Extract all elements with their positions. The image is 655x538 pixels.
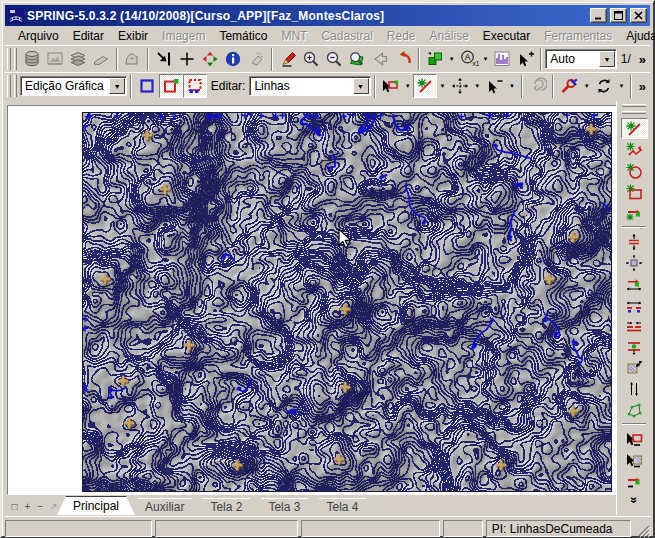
toolbar-separator: [540, 48, 542, 71]
zoom-out-button[interactable]: [322, 47, 345, 71]
edit-target-value: Linhas: [250, 79, 352, 93]
resize-grip[interactable]: [634, 521, 650, 537]
spray-button: [245, 47, 268, 71]
close-polygon-tool[interactable]: [621, 399, 648, 420]
refresh-button[interactable]: [592, 74, 616, 98]
menu-tematico[interactable]: Temático: [212, 27, 274, 45]
remove-vertex-tool[interactable]: [621, 470, 648, 491]
pan-cross-button[interactable]: [448, 74, 472, 98]
edit-line-dropdown[interactable]: ▼: [437, 75, 448, 97]
toolbar-overflow-button[interactable]: »: [635, 52, 650, 67]
select-object-dropdown[interactable]: ▼: [402, 75, 413, 97]
paste-cell-tool[interactable]: [621, 357, 648, 378]
select-minus-dropdown[interactable]: ▼: [507, 75, 518, 97]
move-cell-icon: [625, 254, 643, 272]
database-button[interactable]: [20, 47, 43, 71]
split-vertical-tool[interactable]: [621, 231, 648, 252]
edit-polyline-tool[interactable]: [621, 139, 648, 160]
join-lines-tool[interactable]: [621, 315, 648, 336]
maximize-button[interactable]: [610, 8, 627, 23]
select-minus-button[interactable]: [483, 74, 507, 98]
edit-rectangle-tool[interactable]: [621, 181, 648, 202]
toolbar-grip[interactable]: [7, 75, 11, 97]
close-button[interactable]: [630, 8, 647, 23]
add-point-button[interactable]: [175, 47, 198, 71]
edit-line-tool[interactable]: [621, 118, 648, 139]
select-object-button[interactable]: [379, 74, 403, 98]
zoom-selection-button[interactable]: [346, 47, 369, 71]
tab-principal[interactable]: Principal: [57, 496, 135, 515]
menu-bar: Arquivo Editar Exibir Imagem Temático MN…: [5, 26, 650, 45]
draw-to-corner-button[interactable]: [152, 47, 175, 71]
edit-line-button[interactable]: [413, 74, 437, 98]
edit-pencil-button[interactable]: [276, 47, 299, 71]
visual-presentation-dropdown[interactable]: ▼: [446, 48, 457, 70]
toolbar-overflow-button[interactable]: »: [635, 79, 650, 94]
select-rectangle-tool[interactable]: [621, 428, 648, 449]
title-bar[interactable]: SPRING-5.0.3.2 (14/10/2008)[Curso_APP][F…: [5, 5, 650, 26]
main-toolbar: ▼ Ax1 ▼ Auto ▼ 1/ »: [5, 45, 650, 72]
spray-icon: [246, 49, 266, 69]
info-button[interactable]: [222, 47, 245, 71]
plus-icon: [177, 49, 197, 69]
remove-screen-button[interactable]: −: [35, 501, 46, 512]
map-canvas[interactable]: [82, 112, 612, 492]
refresh-dropdown[interactable]: ▼: [616, 75, 627, 97]
edit-line-icon: [415, 76, 435, 96]
visual-presentation-button[interactable]: [423, 47, 446, 71]
menu-editar[interactable]: Editar: [66, 27, 111, 45]
blue-rectangle-icon: [137, 76, 157, 96]
create-rectangle-button[interactable]: [135, 74, 159, 98]
scale-dropdown[interactable]: ▼: [480, 48, 491, 70]
zoom-in-button[interactable]: [299, 47, 322, 71]
toolbar-grip[interactable]: [622, 111, 646, 114]
extend-line-tool[interactable]: [621, 294, 648, 315]
menu-ferramentas: Ferramentas: [537, 27, 619, 45]
chevron-down-icon[interactable]: ▼: [109, 78, 125, 94]
menu-arquivo[interactable]: Arquivo: [11, 27, 66, 45]
toolbar-grip[interactable]: [622, 104, 646, 107]
move-cell-tool[interactable]: [621, 252, 648, 273]
tab-tela-2[interactable]: Tela 2: [194, 498, 258, 515]
mode-combo[interactable]: Edição Gráfica ▼: [20, 76, 127, 96]
tab-tela-4[interactable]: Tela 4: [310, 498, 374, 515]
move-vertex-tool[interactable]: [621, 202, 648, 223]
restore-screen-button[interactable]: □: [9, 501, 20, 512]
tab-tela-3[interactable]: Tela 3: [252, 498, 316, 515]
chevron-down-icon[interactable]: ▼: [353, 78, 369, 94]
toolbar-grip[interactable]: [14, 48, 17, 70]
select-plus-button[interactable]: [514, 47, 537, 71]
edit-target-label: Editar:: [207, 79, 250, 93]
snap-vertex-tool[interactable]: [621, 336, 648, 357]
draw-to-corner-icon: [154, 49, 174, 69]
toolbar-separator: [116, 48, 118, 71]
zoom-selection-icon: [347, 49, 367, 69]
edit-circle-tool[interactable]: [621, 160, 648, 181]
edit-target-combo[interactable]: Linhas ▼: [249, 76, 370, 96]
scale-1x-button[interactable]: Ax1: [457, 47, 480, 71]
toolbar-grip[interactable]: [14, 75, 17, 97]
chevron-down-icon[interactable]: ▼: [599, 51, 615, 67]
menu-executar[interactable]: Executar: [476, 27, 537, 45]
add-screen-button[interactable]: +: [22, 501, 33, 512]
verify-topology-button[interactable]: [159, 74, 183, 98]
pan-button[interactable]: [198, 47, 221, 71]
adjust-nodes-button[interactable]: [183, 74, 207, 98]
select-cell-tool[interactable]: [621, 449, 648, 470]
minimize-button[interactable]: [590, 8, 607, 23]
display-scale-combo[interactable]: Auto ▼: [545, 49, 617, 69]
zoom-out-icon: [324, 49, 344, 69]
toolbar-grip[interactable]: [7, 48, 11, 70]
translate-line-tool[interactable]: [621, 273, 648, 294]
pan-cross-dropdown[interactable]: ▼: [472, 75, 483, 97]
swap-direction-tool[interactable]: [621, 378, 648, 399]
redraw-button[interactable]: [392, 47, 415, 71]
tools-dropdown[interactable]: ▼: [581, 75, 592, 97]
menu-exibir[interactable]: Exibir: [111, 27, 155, 45]
tools-button[interactable]: [557, 74, 581, 98]
menu-ajuda[interactable]: Ajuda: [619, 27, 655, 45]
more-tools-button[interactable]: »: [627, 497, 641, 504]
histogram-button[interactable]: [491, 47, 514, 71]
active-pi-label: PI: LinhasDeCumeada: [486, 520, 631, 537]
tab-auxiliar[interactable]: Auxiliar: [129, 498, 200, 515]
